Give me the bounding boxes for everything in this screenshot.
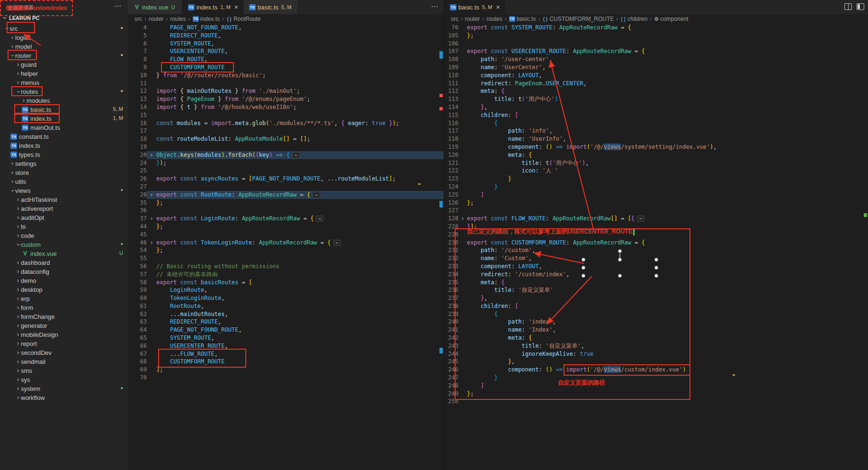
code-line-12[interactable]: 12import { mainOutRoutes } from './mainO…	[128, 87, 444, 95]
tree-item-form[interactable]: ›form	[0, 303, 128, 312]
tree-item-constant.ts[interactable]: TSconstant.ts	[0, 132, 128, 141]
line-number[interactable]: 115	[444, 111, 458, 119]
tree-item-router[interactable]: ›router●	[0, 51, 128, 60]
code-line-13[interactable]: 13import { PageEnum } from '/@/enums/pag…	[128, 95, 444, 103]
tree-item-mobileDesign[interactable]: ›mobileDesign	[0, 330, 128, 339]
code-line-123[interactable]: 123 }	[444, 175, 868, 183]
line-number[interactable]: 246	[444, 366, 458, 374]
tree-item-erp[interactable]: ›erp	[0, 294, 128, 303]
line-number[interactable]: 107	[444, 47, 458, 55]
code-line-54[interactable]: 54};	[128, 246, 444, 254]
close-icon[interactable]: ×	[496, 3, 500, 11]
code-line-68[interactable]: 68 CUSTOMFORM_ROUTE	[128, 358, 444, 366]
line-number[interactable]: 4	[128, 24, 147, 32]
code-line-69[interactable]: 69];	[128, 366, 444, 374]
code-line-108[interactable]: 108 path: '/user-center',	[444, 55, 868, 63]
breadcrumb-item-routes[interactable]: routes	[170, 16, 186, 22]
line-number[interactable]: 36	[128, 207, 147, 215]
line-number[interactable]: 117	[444, 127, 458, 135]
line-number[interactable]: 9	[128, 63, 147, 72]
tree-item-index.ts[interactable]: TSindex.ts1, M	[0, 114, 128, 123]
line-number[interactable]: 230	[444, 239, 458, 247]
code-line-61[interactable]: 61 RootRoute,	[128, 302, 444, 310]
code-line-10[interactable]: 10} from '/@/router/routes/basic';	[128, 72, 444, 80]
tree-item-sys[interactable]: ›sys	[0, 375, 128, 384]
line-number[interactable]: 46	[128, 239, 147, 247]
tab-index.ts[interactable]: TSindex.ts1, M×	[182, 0, 243, 14]
fold-chevron-icon[interactable]: ›	[147, 239, 156, 247]
folded-code-ellipsis[interactable]: ⋯	[292, 152, 300, 158]
code-editor-basic-ts[interactable]: 76export const SYSTEM_ROUTE: AppRouteRec…	[444, 24, 868, 470]
line-number[interactable]: 126	[444, 199, 458, 207]
line-number[interactable]: 120	[444, 151, 458, 159]
line-number[interactable]: 238	[444, 302, 458, 310]
line-number[interactable]: 235	[444, 279, 458, 287]
code-line-229[interactable]: 229	[444, 231, 868, 239]
line-number[interactable]: 65	[128, 334, 147, 342]
code-line-24[interactable]: 24});	[128, 159, 444, 167]
code-line-45[interactable]: 45	[128, 231, 444, 239]
line-number[interactable]: 44	[128, 223, 147, 231]
tree-item-basic.ts[interactable]: TSbasic.ts5, M	[0, 105, 128, 114]
code-line-118[interactable]: 118 name: 'UserInfo',	[444, 135, 868, 143]
line-number[interactable]: 8	[128, 55, 147, 63]
code-line-46[interactable]: 46›export const TokenLoginRoute: AppRout…	[128, 239, 444, 247]
line-number[interactable]: 237	[444, 294, 458, 302]
tree-item-menus[interactable]: ›menus	[0, 78, 128, 87]
line-number[interactable]: 14	[128, 103, 147, 111]
code-line-243[interactable]: 243 title: '自定义菜单',	[444, 342, 868, 350]
code-line-239[interactable]: 239 {	[444, 310, 868, 318]
code-line-60[interactable]: 60 TokenLoginRoute,	[128, 294, 444, 302]
line-number[interactable]: 25	[128, 167, 147, 175]
line-number[interactable]: 54	[128, 246, 147, 254]
tree-item-store[interactable]: ›store	[0, 168, 128, 177]
code-line-228[interactable]: 228}];	[444, 223, 868, 231]
line-number[interactable]: 121	[444, 159, 458, 167]
tree-item-src[interactable]: ›src●	[0, 24, 128, 33]
code-line-235[interactable]: 235 meta: {	[444, 279, 868, 287]
code-line-5[interactable]: 5 REDIRECT_ROUTE,	[128, 32, 444, 40]
code-line-250[interactable]: 250	[444, 398, 868, 406]
code-line-37[interactable]: 37›export const LoginRoute: AppRouteReco…	[128, 215, 444, 223]
more-actions-icon[interactable]: ⋯	[431, 2, 438, 11]
line-number[interactable]: 6	[128, 40, 147, 48]
code-line-67[interactable]: 67 ...FLOW_ROUTE,	[128, 350, 444, 358]
line-number[interactable]: 110	[444, 72, 458, 80]
line-number[interactable]: 11	[128, 80, 147, 88]
code-line-15[interactable]: 15	[128, 111, 444, 119]
split-editor-icon[interactable]	[844, 3, 852, 10]
code-line-28[interactable]: 28›export const RootRoute: AppRouteRecor…	[128, 191, 444, 199]
code-line-18[interactable]: 18const routeModuleList: AppRouteModule[…	[128, 135, 444, 143]
line-number[interactable]: 231	[444, 246, 458, 254]
line-number[interactable]: 240	[444, 318, 458, 326]
line-number[interactable]: 118	[444, 135, 458, 143]
breadcrumb-item-src[interactable]: src	[451, 16, 458, 22]
line-number[interactable]: 17	[128, 127, 147, 135]
line-number[interactable]: 245	[444, 358, 458, 366]
breadcrumb-item-children[interactable]: []children	[620, 16, 647, 22]
fold-chevron-icon[interactable]: ›	[458, 215, 467, 223]
tree-item-views[interactable]: ›views●	[0, 186, 128, 195]
code-line-58[interactable]: 58export const basicRoutes = [	[128, 279, 444, 287]
code-line-7[interactable]: 7 USERCENTER_ROUTE,	[128, 47, 444, 55]
tab-index.vue[interactable]: Vindex.vueU	[128, 0, 182, 14]
code-line-26[interactable]: 26export const asyncRoutes = [PAGE_NOT_F…	[128, 175, 444, 183]
code-line-246[interactable]: 246 component: () => import('/@/views/cu…	[444, 366, 868, 374]
code-line-113[interactable]: 113 title: t('用户中心')	[444, 95, 868, 103]
line-number[interactable]: 122	[444, 167, 458, 175]
line-number[interactable]: 248	[444, 382, 458, 390]
tree-item-mainOut.ts[interactable]: TSmainOut.ts	[0, 123, 128, 132]
explorer-more-actions-icon[interactable]: ⋯	[114, 2, 121, 10]
tree-item-code[interactable]: ›code	[0, 231, 128, 240]
code-line-44[interactable]: 44};	[128, 223, 444, 231]
code-line-25[interactable]: 25	[128, 167, 444, 175]
code-line-9[interactable]: 9 CUSTOMFORM_ROUTE	[128, 63, 444, 72]
line-number[interactable]: 125	[444, 191, 458, 199]
code-line-248[interactable]: 248 ]	[444, 382, 868, 390]
line-number[interactable]: 19	[128, 143, 147, 151]
breadcrumb-item-routes[interactable]: routes	[486, 16, 502, 22]
code-line-107[interactable]: 107export const USERCENTER_ROUTE: AppRou…	[444, 47, 868, 55]
line-number[interactable]: 111	[444, 80, 458, 88]
folded-code-ellipsis[interactable]: ⋯	[313, 192, 320, 198]
code-line-111[interactable]: 111 redirect: PageEnum.USER_CENTER,	[444, 80, 868, 88]
